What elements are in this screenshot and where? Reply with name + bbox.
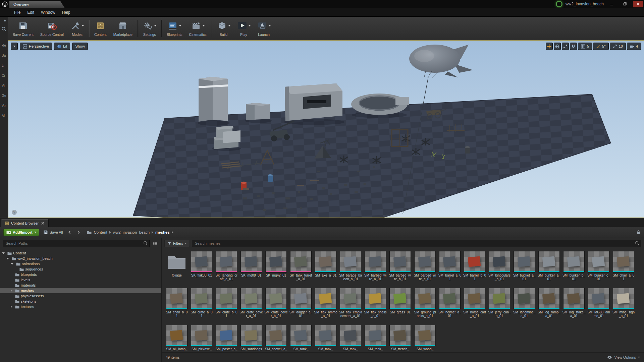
tree-item-animations[interactable]: animations (0, 261, 161, 266)
tree-item-ww2_invasion_beach[interactable]: ww2_invasion_beach (0, 256, 161, 261)
asset-SM_tank[interactable]: SM_tank_ (314, 325, 337, 352)
rotation-snap-button[interactable]: 5° (593, 43, 609, 50)
place-actors-tab-al[interactable]: Al (0, 111, 8, 121)
menu-item-help[interactable]: Help (59, 10, 74, 15)
search-icon[interactable] (1, 26, 6, 32)
toolbar-blueprints-button[interactable]: Blueprints (163, 17, 186, 40)
viewport-lit-button[interactable]: Lit (54, 43, 70, 50)
asset-SM_wood[interactable]: SM_wood_ (413, 325, 437, 352)
prop-bunker-small[interactable] (246, 103, 270, 120)
asset-SM_landmine_a_01[interactable]: SM_landmine_a_01 (513, 288, 536, 323)
asset-SM_chair_b_01[interactable]: SM_chair_b_01 (165, 288, 189, 323)
asset-SM_tank[interactable]: SM_tank_ (364, 325, 387, 352)
filters-button[interactable]: Filters (164, 240, 190, 247)
asset-SM_crate_b_01[interactable]: SM_crate_b_01 (215, 288, 238, 323)
close-button[interactable] (633, 1, 643, 7)
asset-SM_axe_a_01[interactable]: SM_axe_a_01 (314, 251, 337, 287)
history-forward-button[interactable] (75, 229, 82, 235)
place-actors-tab-re[interactable]: Re (0, 40, 8, 50)
toolbar-marketplace-button[interactable]: Marketplace (110, 17, 136, 40)
asset-SM_barbed_wire_a_01[interactable]: SM_barbed_wire_a_01 (364, 251, 387, 287)
place-actors-tab-ba[interactable]: Ba (0, 50, 8, 60)
asset-SM_jerry_can_a_01[interactable]: SM_jerry_can_a_01 (488, 288, 511, 323)
menu-item-file[interactable]: File (11, 10, 24, 15)
search-paths-input[interactable] (3, 240, 150, 247)
tree-item-textures[interactable]: textures (0, 304, 161, 309)
viewport-options-button[interactable] (11, 43, 18, 50)
toolbar-cinematics-button[interactable]: Cinematics (186, 17, 210, 40)
asset-SM_crate_cover_b_01[interactable]: SM_crate_cover_b_01 (264, 288, 288, 323)
transform-widget-button[interactable] (546, 43, 553, 50)
viewport[interactable]: Perspective Lit Show 5 5° (8, 40, 644, 218)
asset-SM_bunker_b_01[interactable]: SM_bunker_b_01 (562, 251, 586, 287)
wrench-icon[interactable] (1, 19, 6, 24)
asset-SK_landing_craft_a_01[interactable]: SK_landing_craft_a_01 (215, 251, 238, 287)
asset-SK_mg42_01[interactable]: SK_mg42_01 (264, 251, 288, 287)
viewport-show-button[interactable]: Show (72, 43, 88, 50)
expand-arrow-icon[interactable] (6, 258, 9, 259)
expand-arrow-icon[interactable] (11, 263, 13, 265)
search-assets-input[interactable] (192, 240, 641, 247)
toolbar-source-control-button[interactable]: Source Control (37, 17, 67, 40)
asset-SM_binoculars_a_01[interactable]: SM_binoculars_a_01 (488, 251, 511, 287)
asset-SM_MG08_ammo_01[interactable]: SM_MG08_ammo_01 (587, 288, 610, 323)
asset-foliage[interactable]: foliage (165, 251, 189, 287)
level-tab[interactable]: Overview (9, 1, 65, 8)
place-actors-tab-li[interactable]: Li (0, 60, 8, 70)
asset-SM_barage_baloon_a_01[interactable]: SM_barage_baloon_a_01 (339, 251, 362, 287)
asset-SM_flak_shells_a_01[interactable]: SM_flak_shells_a_01 (364, 288, 387, 323)
toolbar-play-button[interactable]: Play (234, 17, 254, 40)
asset-SM_barbed_wire_b_01[interactable]: SM_barbed_wire_b_01 (388, 251, 412, 287)
content-browser-tab[interactable]: Content Browser (1, 219, 49, 227)
asset-SM_horse_cart_a_01[interactable]: SM_horse_cart_a_01 (463, 288, 486, 323)
breadcrumb-meshes[interactable]: meshes (155, 230, 170, 234)
asset-SM_grass_01[interactable]: SM_grass_01 (388, 288, 412, 323)
asset-SM_crate_a_01[interactable]: SM_crate_a_01 (190, 288, 213, 323)
toolbar-settings-button[interactable]: Settings (140, 17, 160, 40)
collapse-arrow-icon[interactable] (11, 289, 12, 292)
add-import-button[interactable]: Add/Import (3, 229, 39, 236)
surface-snapping-button[interactable] (570, 43, 577, 50)
asset-SM_flak_ammo_a_01[interactable]: SM_flak_ammo_a_01 (314, 288, 337, 323)
tree-item-materials[interactable]: materials (0, 283, 161, 288)
asset-SM_bucket_a_01[interactable]: SM_bucket_a_01 (513, 251, 536, 287)
viewport-3d-scene[interactable] (8, 41, 644, 218)
asset-SM_helmet_a_01[interactable]: SM_helmet_a_01 (438, 288, 462, 323)
tree-item-skeletons[interactable]: skeletons (0, 299, 161, 304)
place-actors-tab-ge[interactable]: Ge (0, 90, 8, 101)
asset-SM_tank[interactable]: SM_tank_ (289, 325, 313, 352)
menu-item-window[interactable]: Window (38, 10, 59, 15)
asset-SM_pickaxe[interactable]: SM_pickaxe_ (190, 325, 213, 352)
view-options-button[interactable]: View Options (607, 355, 640, 359)
prop-bunker-large[interactable] (285, 83, 342, 121)
camera-speed-button[interactable]: 4 (627, 43, 641, 50)
viewport-perspective-button[interactable]: Perspective (20, 43, 52, 50)
asset-SM_bunker_c_01[interactable]: SM_bunker_c_01 (587, 251, 610, 287)
tree-item-Content[interactable]: Content (0, 250, 161, 256)
asset-SM_trench[interactable]: SM_trench_ (388, 325, 412, 352)
save-all-button[interactable]: Save All (42, 230, 64, 235)
place-actors-tab-vo[interactable]: Vo (0, 101, 8, 111)
asset-SM_barrel_a_01[interactable]: SM_barrel_a_01 (438, 251, 462, 287)
asset-SM_sandbags[interactable]: SM_sandbags (239, 325, 263, 352)
asset-SM_ground_planks_a_01[interactable]: SM_ground_planks_a_01 (413, 288, 437, 323)
asset-SM_crate_cover_a_01[interactable]: SM_crate_cover_a_01 (239, 288, 263, 323)
place-actors-tab-vi[interactable]: Vi (0, 80, 8, 90)
grid-snap-button[interactable]: 5 (578, 43, 592, 50)
asset-SM_flak_emplacement_a_01[interactable]: SM_flak_emplacement_a_01 (339, 288, 362, 323)
asset-SK_flak88_01[interactable]: SK_flak88_01 (190, 251, 213, 287)
asset-SM_shovel_a[interactable]: SM_shovel_a_ (264, 325, 288, 352)
asset-SM_dagger_a_01[interactable]: SM_dagger_a_01 (289, 288, 313, 323)
sources-view-toggle-button[interactable] (152, 240, 158, 247)
tab-close-icon[interactable] (41, 221, 45, 225)
asset-SM_log_ramp_a_01[interactable]: SM_log_ramp_a_01 (537, 288, 561, 323)
tree-item-physicsassets[interactable]: physicsassets (0, 293, 161, 299)
asset-SM_poster_a[interactable]: SM_poster_a_ (215, 325, 238, 352)
tree-item-blueprints[interactable]: blueprints (0, 272, 161, 277)
tree-item-sequences[interactable]: sequences (0, 266, 161, 272)
asset-SM_barrel_b_01[interactable]: SM_barrel_b_01 (463, 251, 486, 287)
asset-SM_oil_lamp[interactable]: SM_oil_lamp_ (165, 325, 189, 352)
toolbar-build-button[interactable]: Build (214, 17, 234, 40)
tree-item-levels[interactable]: levels (0, 277, 161, 283)
world-coordinate-button[interactable] (554, 43, 561, 50)
